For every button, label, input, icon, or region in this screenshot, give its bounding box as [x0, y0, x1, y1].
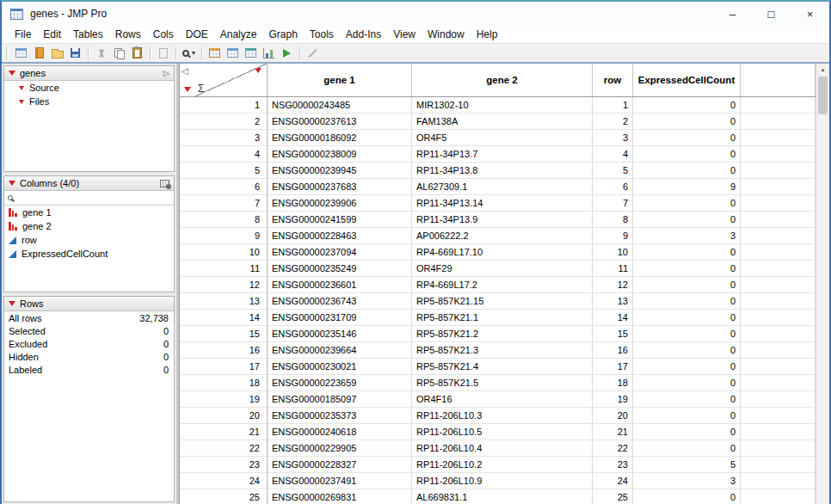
- row-number-cell[interactable]: 12: [180, 277, 268, 293]
- scrollbar-thumb[interactable]: [818, 77, 828, 114]
- gene2-cell[interactable]: RP5-857K21.2: [412, 326, 593, 342]
- row-cell[interactable]: 19: [593, 391, 633, 408]
- row-number-cell[interactable]: 2: [180, 114, 268, 130]
- gene2-cell[interactable]: RP11-206L10.9: [412, 473, 593, 489]
- gene2-cell[interactable]: RP11-34P13.14: [412, 195, 593, 212]
- count-cell[interactable]: 0: [633, 163, 741, 179]
- row-cell[interactable]: 11: [593, 261, 633, 277]
- menu-item-window[interactable]: Window: [422, 27, 471, 42]
- gene1-cell[interactable]: ENSG00000240618: [268, 424, 412, 440]
- menu-item-file[interactable]: File: [9, 27, 37, 42]
- gene1-cell[interactable]: ENSG00000228463: [268, 228, 412, 244]
- gene2-cell[interactable]: RP5-857K21.15: [412, 293, 593, 310]
- gene1-cell[interactable]: ENSG00000186092: [268, 130, 412, 146]
- gene1-cell[interactable]: ENSG00000237094: [268, 244, 412, 261]
- column-item-gene-1[interactable]: gene 1: [4, 206, 174, 219]
- count-cell[interactable]: 3: [633, 228, 741, 244]
- gene2-cell[interactable]: RP11-206L10.5: [412, 424, 593, 440]
- row-number-cell[interactable]: 24: [180, 473, 268, 489]
- row-number-cell[interactable]: 21: [180, 424, 268, 440]
- panel-expand-icon[interactable]: ▷: [163, 69, 169, 77]
- gene1-cell[interactable]: ENSG00000228327: [268, 457, 412, 473]
- count-cell[interactable]: 0: [633, 244, 741, 261]
- row-cell[interactable]: 12: [593, 277, 633, 293]
- gene2-cell[interactable]: FAM138A: [412, 114, 593, 130]
- row-cell[interactable]: 6: [593, 179, 633, 195]
- gene1-cell[interactable]: ENSG00000269831: [268, 489, 412, 504]
- table-row[interactable]: 13ENSG00000236743RP5-857K21.15130: [180, 293, 816, 310]
- gene1-cell[interactable]: ENSG00000235249: [268, 261, 412, 277]
- row-number-cell[interactable]: 3: [180, 130, 268, 146]
- scroll-up-icon[interactable]: ▴: [816, 64, 829, 76]
- count-cell[interactable]: 0: [633, 261, 741, 277]
- row-number-cell[interactable]: 7: [180, 195, 268, 212]
- tree-item-files[interactable]: Files: [4, 95, 174, 108]
- row-number-cell[interactable]: 20: [180, 408, 268, 424]
- gene2-cell[interactable]: OR4F16: [412, 391, 593, 408]
- table-row[interactable]: 17ENSG00000230021RP5-857K21.4170: [180, 359, 816, 375]
- row-number-cell[interactable]: 13: [180, 293, 268, 310]
- row-number-cell[interactable]: 10: [180, 244, 268, 261]
- gene2-cell[interactable]: MIR1302-10: [412, 97, 593, 114]
- search-dropdown-caret-icon[interactable]: ▾: [192, 49, 195, 57]
- row-cell[interactable]: 25: [593, 489, 633, 504]
- table-row[interactable]: 18ENSG00000223659RP5-857K21.5180: [180, 375, 816, 391]
- gene1-cell[interactable]: ENSG00000231709: [268, 310, 412, 326]
- table-row[interactable]: 1NSG00000243485MIR1302-1010: [180, 97, 816, 114]
- count-cell[interactable]: 0: [633, 195, 741, 212]
- table-row[interactable]: 2ENSG00000237613FAM138A20: [180, 114, 816, 130]
- table-row[interactable]: 23ENSG00000228327RP11-206L10.2235: [180, 457, 816, 473]
- row-number-cell[interactable]: 23: [180, 457, 268, 473]
- gene2-cell[interactable]: OR4F29: [412, 261, 593, 277]
- table-row[interactable]: 16ENSG00000239664RP5-857K21.3160: [180, 342, 816, 359]
- table-row[interactable]: 14ENSG00000231709RP5-857K21.1140: [180, 310, 816, 326]
- count-cell[interactable]: 0: [633, 97, 741, 114]
- menu-item-help[interactable]: Help: [471, 27, 504, 42]
- menu-item-cols[interactable]: Cols: [147, 27, 180, 42]
- count-cell[interactable]: 0: [633, 310, 741, 326]
- row-cell[interactable]: 23: [593, 457, 633, 473]
- row-number-cell[interactable]: 1: [180, 97, 268, 114]
- count-cell[interactable]: 0: [633, 130, 741, 146]
- summary-table-icon[interactable]: [209, 48, 220, 58]
- menu-item-analyze[interactable]: Analyze: [214, 27, 263, 42]
- gene1-cell[interactable]: ENSG00000235146: [268, 326, 412, 342]
- table-row[interactable]: 24ENSG00000237491RP11-206L10.9243: [180, 473, 816, 489]
- menu-item-tables[interactable]: Tables: [67, 27, 109, 42]
- gene1-cell[interactable]: ENSG00000236743: [268, 293, 412, 310]
- minimize-button[interactable]: –: [713, 2, 752, 26]
- gene1-cell[interactable]: NSG00000243485: [268, 97, 412, 114]
- count-cell[interactable]: 3: [633, 473, 741, 489]
- column-header-expressedcellcount[interactable]: ExpressedCellCount: [633, 64, 741, 96]
- save-icon[interactable]: [71, 48, 80, 58]
- row-cell[interactable]: 21: [593, 424, 633, 440]
- red-triangle-menu-icon[interactable]: [9, 181, 15, 186]
- row-number-cell[interactable]: 9: [180, 228, 268, 244]
- gene2-cell[interactable]: RP11-206L10.4: [412, 440, 593, 457]
- gene1-cell[interactable]: ENSG00000239906: [268, 195, 412, 212]
- tree-item-source[interactable]: Source: [4, 81, 174, 95]
- column-item-gene-2[interactable]: gene 2: [4, 219, 174, 233]
- gene1-cell[interactable]: ENSG00000241599: [268, 212, 412, 228]
- annotate-icon[interactable]: [308, 48, 317, 58]
- clear-icon[interactable]: [159, 48, 168, 58]
- gene1-cell[interactable]: ENSG00000230021: [268, 359, 412, 375]
- table-row[interactable]: 20ENSG00000235373RP11-206L10.3200: [180, 408, 816, 424]
- row-number-cell[interactable]: 15: [180, 326, 268, 342]
- row-cell[interactable]: 13: [593, 293, 633, 310]
- count-cell[interactable]: 0: [633, 326, 741, 342]
- row-cell[interactable]: 2: [593, 114, 633, 130]
- count-cell[interactable]: 0: [633, 375, 741, 391]
- count-cell[interactable]: 0: [633, 146, 741, 163]
- table-row[interactable]: 3ENSG00000186092OR4F530: [180, 130, 816, 146]
- count-cell[interactable]: 0: [633, 212, 741, 228]
- row-cell[interactable]: 10: [593, 244, 633, 261]
- rows-menu-red-triangle-icon[interactable]: [184, 87, 191, 92]
- column-header-gene-2[interactable]: gene 2: [412, 64, 593, 96]
- column-header-row[interactable]: row: [593, 64, 633, 96]
- table-row[interactable]: 6ENSG00000237683AL627309.169: [180, 179, 816, 195]
- table-row[interactable]: 8ENSG00000241599RP11-34P13.980: [180, 212, 816, 228]
- red-triangle-menu-icon[interactable]: [9, 301, 15, 306]
- row-number-cell[interactable]: 25: [180, 489, 268, 504]
- gene1-cell[interactable]: ENSG00000238009: [268, 146, 412, 163]
